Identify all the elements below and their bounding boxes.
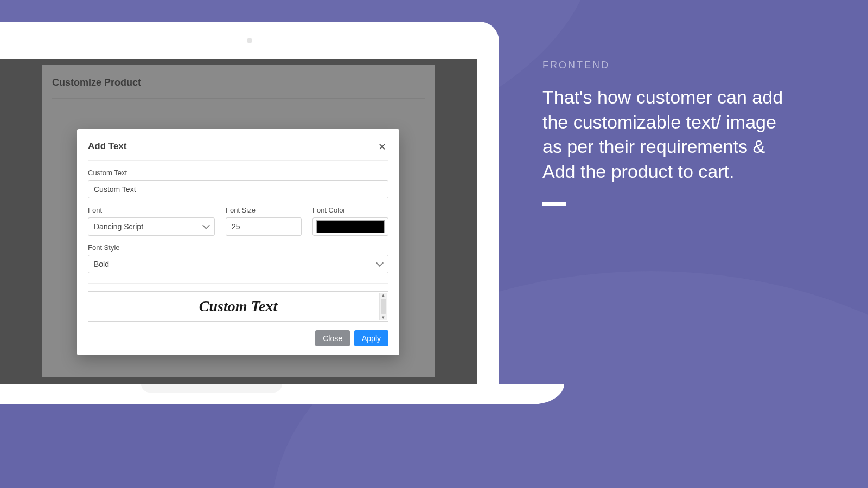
modal-title: Add Text: [88, 141, 126, 152]
text-preview: Custom Text ▴ ▾: [88, 291, 388, 322]
font-size-label: Font Size: [226, 206, 302, 214]
apply-button[interactable]: Apply: [354, 330, 388, 346]
font-style-label: Font Style: [88, 243, 388, 252]
font-style-select-value: Bold: [94, 260, 109, 268]
close-icon[interactable]: ✕: [376, 141, 388, 153]
scroll-up-icon: ▴: [382, 293, 385, 298]
font-color-picker[interactable]: [312, 217, 388, 236]
font-select-value: Dancing Script: [94, 222, 143, 231]
camera-dot-icon: [247, 38, 252, 43]
color-swatch: [316, 220, 385, 233]
laptop-trackpad-notch: [141, 384, 282, 393]
marketing-copy: FRONTEND That's how customer can add the…: [542, 60, 797, 206]
font-style-select[interactable]: Bold: [88, 255, 388, 273]
add-text-modal: Add Text ✕ Custom Text Font Dancing Scri…: [77, 129, 399, 355]
font-size-input[interactable]: [226, 217, 302, 236]
marketing-eyebrow: FRONTEND: [542, 60, 797, 71]
scroll-down-icon: ▾: [382, 315, 385, 320]
chevron-down-icon: [376, 259, 384, 267]
chevron-down-icon: [202, 222, 210, 229]
custom-text-input[interactable]: [88, 180, 388, 198]
laptop-frame: Customize Product Add Text ✕ Custom Text…: [0, 22, 499, 384]
marketing-divider: [542, 202, 566, 206]
font-label: Font: [88, 206, 215, 214]
font-select[interactable]: Dancing Script: [88, 217, 215, 236]
modal-divider: [88, 283, 388, 284]
font-color-label: Font Color: [312, 206, 388, 214]
close-button[interactable]: Close: [315, 330, 350, 346]
preview-text: Custom Text: [199, 298, 277, 315]
laptop-base: [0, 384, 564, 404]
custom-text-label: Custom Text: [88, 169, 388, 177]
scroll-thumb: [381, 299, 386, 314]
preview-scrollbar[interactable]: ▴ ▾: [379, 293, 387, 320]
marketing-body: That's how customer can add the customiz…: [542, 85, 797, 184]
